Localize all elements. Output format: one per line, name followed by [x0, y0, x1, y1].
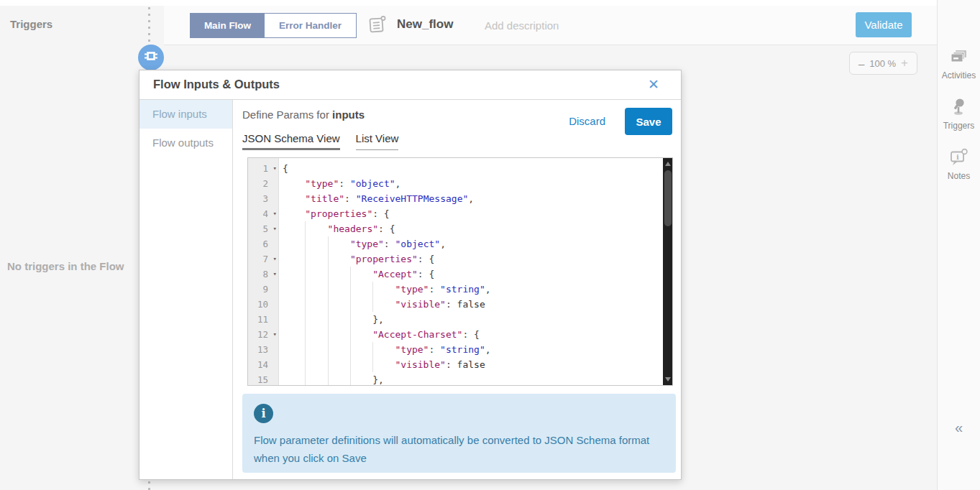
- activities-icon: [950, 56, 968, 68]
- close-icon[interactable]: ✕: [648, 76, 659, 93]
- view-tab-json-schema-view[interactable]: JSON Schema View: [242, 132, 340, 150]
- view-tab-list-view[interactable]: List View: [356, 132, 399, 150]
- dialog-title: Flow Inputs & Outputs: [153, 78, 280, 91]
- svg-text:i: i: [956, 153, 959, 161]
- flow-description-placeholder[interactable]: Add description: [485, 19, 559, 32]
- fold-caret-icon[interactable]: ▾: [273, 206, 277, 221]
- editor-code-area[interactable]: {"type": "object","title": "ReceiveHTTPM…: [279, 158, 663, 385]
- define-params-prefix: Define Params for: [242, 108, 329, 121]
- flow-tab-error-handler[interactable]: Error Handler: [265, 14, 356, 37]
- scroll-down-arrow-icon[interactable]: [665, 377, 671, 382]
- fold-caret-icon[interactable]: ▾: [273, 221, 277, 236]
- info-banner-text: Flow parameter definitions will automati…: [254, 431, 656, 467]
- code-line[interactable]: {: [283, 161, 663, 176]
- code-line[interactable]: "Accept": {: [283, 267, 663, 282]
- sidebar-item-activities[interactable]: Activities: [938, 49, 980, 80]
- fold-caret-icon[interactable]: ▾: [273, 161, 277, 176]
- dialog-header: Flow Inputs & Outputs ✕: [139, 70, 681, 100]
- dialog-nav-flow-outputs[interactable]: Flow outputs: [139, 129, 232, 157]
- gutter-line-number: 5▾: [248, 221, 278, 236]
- code-line[interactable]: "type": "string",: [283, 342, 663, 357]
- gutter-line-number: 2: [248, 176, 278, 191]
- notes-icon: i: [949, 157, 968, 169]
- fold-caret-icon[interactable]: ▾: [273, 327, 277, 342]
- save-button[interactable]: Save: [625, 108, 672, 135]
- code-line[interactable]: "Accept-Charset": {: [283, 327, 663, 342]
- chip-icon: [142, 47, 160, 68]
- flow-input-port-node[interactable]: [138, 45, 164, 70]
- sidebar-item-label: Activities: [938, 70, 980, 80]
- gutter-line-number: 8▾: [248, 267, 278, 282]
- fold-caret-icon[interactable]: ▾: [273, 251, 277, 267]
- code-line[interactable]: "properties": {: [283, 251, 663, 267]
- gutter-line-number: 9: [248, 282, 278, 297]
- triggers-panel-title: Triggers: [10, 18, 52, 30]
- code-line[interactable]: "visible": false: [283, 357, 663, 372]
- code-line[interactable]: "title": "ReceiveHTTPMessage",: [283, 191, 663, 206]
- json-schema-editor[interactable]: 1▾234▾5▾67▾8▾9101112▾131415 {"type": "ob…: [247, 157, 673, 386]
- flow-designer-screen: Main FlowError Handler New_flow Add desc…: [0, 0, 980, 490]
- gutter-line-number: 4▾: [248, 206, 278, 221]
- gutter-line-number: 13: [248, 342, 278, 357]
- zoom-in-button[interactable]: +: [901, 56, 908, 70]
- flow-inputs-outputs-dialog: Flow Inputs & Outputs ✕ Flow inputsFlow …: [139, 70, 682, 480]
- flow-toolbar: Main FlowError Handler New_flow Add desc…: [164, 6, 937, 45]
- zoom-control: – 100 % +: [849, 52, 917, 75]
- right-sidebar: ActivitiesTriggersiNotes «: [937, 0, 980, 490]
- code-line[interactable]: "visible": false: [283, 297, 663, 312]
- flow-note-icon: [367, 14, 388, 38]
- sidebar-item-label: Triggers: [938, 121, 980, 131]
- flow-name[interactable]: New_flow: [397, 17, 453, 32]
- sidebar-item-notes[interactable]: iNotes: [938, 148, 980, 181]
- schema-view-tabs: JSON Schema ViewList View: [242, 132, 398, 150]
- scroll-up-arrow-icon[interactable]: [665, 162, 671, 166]
- dialog-content: Define Params for inputs Discard Save JS…: [234, 100, 681, 479]
- no-triggers-message: No triggers in the Flow: [7, 260, 124, 272]
- info-banner: i Flow parameter definitions will automa…: [242, 394, 676, 473]
- top-strip: [0, 0, 980, 6]
- code-line[interactable]: "properties": {: [283, 206, 663, 221]
- flow-connector-dotted-line: [148, 7, 150, 45]
- code-line[interactable]: "type": "object",: [283, 176, 663, 191]
- zoom-level: 100 %: [869, 58, 896, 69]
- editor-gutter: 1▾234▾5▾67▾8▾9101112▾131415: [248, 158, 279, 385]
- gutter-line-number: 14: [248, 357, 278, 372]
- scrollbar-thumb[interactable]: [664, 170, 672, 226]
- gutter-line-number: 7▾: [248, 251, 278, 267]
- gutter-line-number: 6: [248, 236, 278, 251]
- gutter-line-number: 11: [248, 312, 278, 327]
- gutter-line-number: 15: [248, 372, 278, 386]
- code-line[interactable]: "type": "object",: [283, 236, 663, 251]
- flow-tab-main-flow[interactable]: Main Flow: [191, 14, 265, 37]
- gutter-line-number: 12▾: [248, 327, 278, 342]
- gutter-line-number: 3: [248, 191, 278, 206]
- dialog-side-nav: Flow inputsFlow outputs: [139, 100, 233, 479]
- editor-scrollbar[interactable]: [663, 158, 672, 385]
- triggers-icon: [951, 106, 968, 119]
- zoom-out-button[interactable]: –: [858, 57, 864, 70]
- code-line[interactable]: "headers": {: [283, 221, 663, 236]
- gutter-line-number: 10: [248, 297, 278, 312]
- sidebar-item-label: Notes: [938, 171, 980, 181]
- validate-button[interactable]: Validate: [856, 12, 912, 37]
- code-line[interactable]: "type": "string",: [283, 282, 663, 297]
- discard-button[interactable]: Discard: [569, 115, 605, 127]
- flow-connector-dotted-line: [148, 481, 150, 490]
- gutter-line-number: 1▾: [248, 161, 278, 176]
- code-line[interactable]: },: [283, 372, 663, 386]
- define-params-target: inputs: [332, 108, 365, 121]
- fold-caret-icon[interactable]: ▾: [273, 267, 277, 282]
- flow-tab-group: Main FlowError Handler: [190, 13, 357, 38]
- info-icon: i: [254, 404, 273, 423]
- dialog-nav-flow-inputs[interactable]: Flow inputs: [139, 100, 232, 129]
- code-line[interactable]: },: [283, 312, 663, 327]
- collapse-sidebar-button[interactable]: «: [938, 420, 980, 436]
- sidebar-item-triggers[interactable]: Triggers: [938, 98, 980, 131]
- define-params-label: Define Params for inputs: [242, 108, 365, 121]
